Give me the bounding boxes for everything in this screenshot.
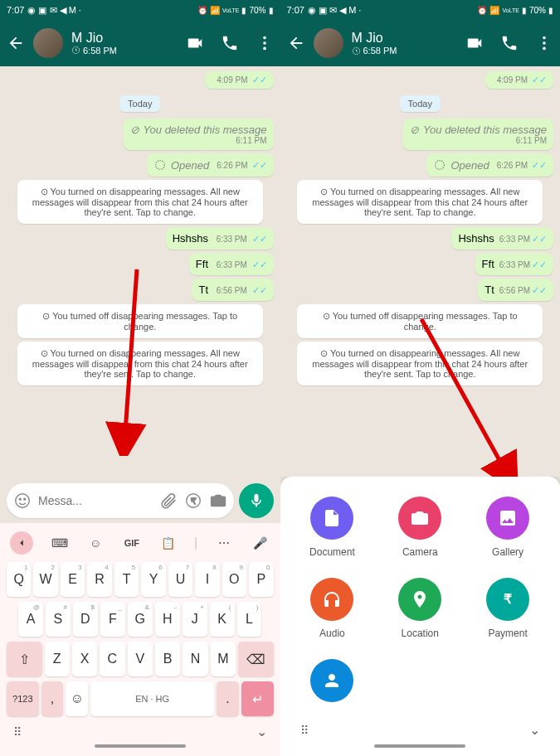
kb-gif-icon[interactable]: GIF: [122, 533, 142, 553]
svg-point-1: [263, 36, 266, 40]
kb-sticker-icon[interactable]: ☺: [85, 533, 105, 553]
kb-mic-icon[interactable]: 🎤: [250, 533, 270, 553]
key-l[interactable]: L): [237, 602, 262, 637]
pay-icon: ₹: [486, 578, 529, 621]
voice-call-icon[interactable]: [500, 34, 519, 52]
symbols-key[interactable]: ?123: [7, 681, 39, 716]
keyboard-toolbar: ⌨ ☺ GIF 📋 | ⋯ 🎤: [3, 526, 277, 560]
chat-area[interactable]: 4:09 PM ✓✓ Today ⊘You deleted this messa…: [0, 66, 280, 478]
message-out[interactable]: Hshshs 6:33 PM ✓✓: [166, 227, 274, 250]
kb-chevron-down-icon[interactable]: ⌄: [529, 722, 540, 738]
key-x[interactable]: X: [72, 642, 97, 676]
back-icon[interactable]: [287, 34, 305, 52]
key-v[interactable]: V: [128, 642, 153, 676]
attach-audio[interactable]: Audio: [294, 578, 372, 639]
period-key[interactable]: .: [217, 681, 239, 716]
message-out[interactable]: Fft 6:33 PM ✓✓: [189, 253, 274, 275]
kb-more-icon[interactable]: ⋯: [214, 533, 234, 553]
enter-key[interactable]: ↵: [241, 681, 274, 716]
attach-document[interactable]: Document: [294, 497, 372, 558]
camera-icon[interactable]: [209, 492, 227, 510]
attach-gallery[interactable]: Gallery: [469, 497, 547, 558]
emoji-icon[interactable]: [13, 492, 32, 510]
attach-camera[interactable]: Camera: [381, 497, 459, 558]
status-bar: 7:07 ◉ ▣ ✉ ◀ M · ⏰ 📶 VoLTE ▮ 70% ▮: [280, 0, 561, 20]
message-input-field[interactable]: ₹: [7, 483, 234, 518]
key-z[interactable]: Z: [45, 642, 70, 676]
comma-key[interactable]: ,: [41, 681, 64, 716]
key-j[interactable]: J+: [183, 602, 207, 637]
key-i[interactable]: I8: [195, 562, 219, 597]
key-d[interactable]: D$: [73, 602, 98, 637]
avatar[interactable]: [33, 28, 63, 58]
key-q[interactable]: Q1: [7, 562, 31, 597]
key-s[interactable]: S#: [46, 602, 71, 637]
contact-subtitle: 6:58 PM: [83, 46, 117, 56]
nav-handle[interactable]: [374, 744, 465, 748]
key-e[interactable]: E3: [61, 562, 85, 597]
more-icon[interactable]: [535, 34, 553, 52]
key-h[interactable]: H-: [155, 602, 180, 637]
attach-label: Payment: [488, 628, 527, 639]
key-a[interactable]: A@: [18, 602, 43, 637]
key-b[interactable]: B: [155, 642, 180, 676]
key-n[interactable]: N: [183, 642, 207, 676]
attachment-sheet: DocumentCameraGalleryAudioLocation₹Payme…: [280, 477, 561, 756]
system-message[interactable]: ⊙ You turned on disappearing messages. A…: [17, 180, 263, 224]
key-y[interactable]: Y6: [141, 562, 165, 597]
nav-handle[interactable]: [95, 744, 186, 748]
kb-keyboard-icon[interactable]: ⌨: [50, 533, 70, 553]
signal-icon: ▮: [241, 6, 246, 15]
emoji-key[interactable]: ☺: [66, 681, 88, 716]
message-out[interactable]: Tt 6:56 PM ✓✓: [192, 279, 273, 301]
kb-back-icon[interactable]: [10, 531, 33, 555]
video-call-icon[interactable]: [465, 34, 484, 52]
keyboard-row-4: ?123 , ☺ EN · HG . ↵: [3, 679, 277, 719]
kb-collapse-icon[interactable]: ⠿: [300, 724, 309, 737]
read-ticks-icon: ✓✓: [252, 160, 267, 171]
annotation-arrow: [413, 315, 529, 477]
system-message[interactable]: ⊙ You turned off disappearing messages. …: [17, 304, 263, 338]
svg-point-4: [156, 161, 165, 170]
message-input[interactable]: [38, 494, 153, 507]
opened-message[interactable]: Opened 6:26 PM ✓✓: [147, 153, 274, 177]
backspace-key[interactable]: ⌫: [238, 642, 274, 676]
avatar[interactable]: [314, 28, 343, 58]
system-message[interactable]: ⊙ You turned on disappearing messages. A…: [17, 342, 263, 385]
attach-location[interactable]: Location: [381, 578, 459, 639]
key-c[interactable]: C: [100, 642, 124, 676]
voice-call-icon[interactable]: [221, 34, 239, 52]
deleted-message[interactable]: ⊘You deleted this message 6:11 PM: [124, 119, 274, 150]
svg-point-12: [543, 36, 546, 40]
key-g[interactable]: G&: [128, 602, 153, 637]
key-w[interactable]: W2: [33, 562, 57, 597]
key-m[interactable]: M: [211, 642, 236, 676]
contact-info[interactable]: M Jio 6:58 PM: [352, 31, 458, 56]
key-o[interactable]: O9: [222, 562, 246, 597]
attach-contact[interactable]: [294, 659, 372, 709]
message-out[interactable]: 4:09 PM ✓✓: [205, 71, 273, 89]
back-icon[interactable]: [7, 34, 25, 52]
kb-chevron-down-icon[interactable]: ⌄: [256, 724, 267, 739]
more-icon[interactable]: [256, 34, 274, 52]
key-t[interactable]: T5: [114, 562, 139, 597]
key-p[interactable]: P0: [249, 562, 273, 597]
space-key[interactable]: EN · HG: [90, 681, 214, 716]
key-r[interactable]: R4: [87, 562, 111, 597]
attach-icon[interactable]: [159, 492, 178, 510]
contact-info[interactable]: M Jio 6:58 PM: [71, 31, 178, 56]
battery-text: 70%: [249, 6, 265, 15]
key-f[interactable]: F_: [100, 602, 125, 637]
video-call-icon[interactable]: [186, 34, 204, 52]
mic-button[interactable]: [239, 483, 274, 518]
attach-payment[interactable]: ₹Payment: [469, 578, 547, 639]
payment-icon[interactable]: ₹: [184, 492, 202, 510]
svg-point-6: [16, 494, 30, 508]
con-icon: [310, 659, 353, 702]
kb-collapse-icon[interactable]: ⠿: [13, 725, 22, 739]
chat-area[interactable]: 4:09 PM✓✓ Today ⊘You deleted this messag…: [280, 66, 561, 477]
shift-key[interactable]: ⇧: [7, 642, 42, 676]
key-u[interactable]: U7: [168, 562, 192, 597]
key-k[interactable]: K(: [210, 602, 235, 637]
kb-clipboard-icon[interactable]: 📋: [158, 533, 178, 553]
